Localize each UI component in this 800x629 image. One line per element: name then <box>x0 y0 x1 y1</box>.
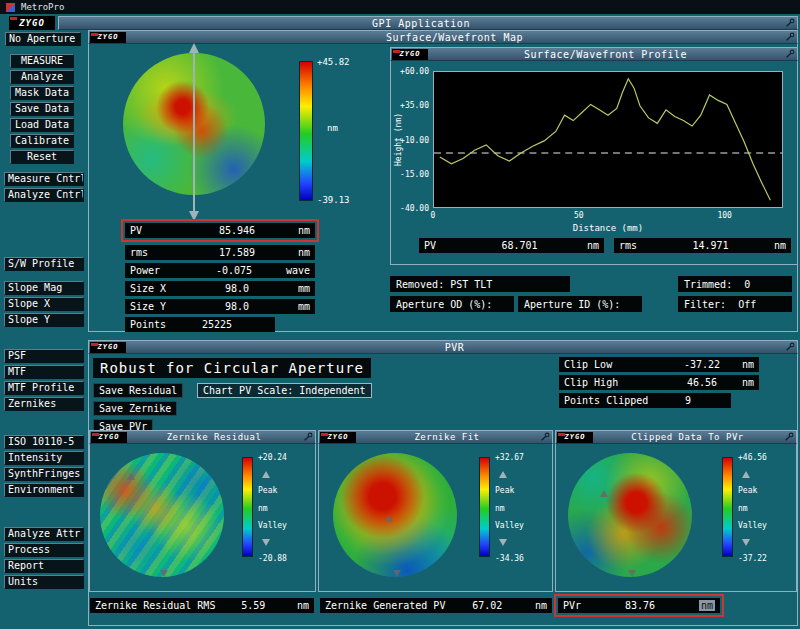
zygo-logo-button[interactable]: ZYGO <box>90 32 126 43</box>
marker-triangle-icon <box>127 473 135 480</box>
zygo-logo-button[interactable]: ZYGO <box>91 432 127 443</box>
sidebar-button-mtf-profile[interactable]: MTF Profile <box>4 381 84 395</box>
zygo-logo-button[interactable]: ZYGO <box>557 432 593 443</box>
zernike-residual-titlebar[interactable]: ZYGO Zernike Residual <box>89 430 316 444</box>
zygo-logo-button[interactable]: ZYGO <box>392 49 428 60</box>
sidebar-button-measure[interactable]: MEASURE <box>10 54 74 68</box>
stat-label: Points <box>130 319 182 330</box>
zygo-logo-button[interactable]: ZYGO <box>90 342 126 353</box>
sidebar-button-mask-data[interactable]: Mask Data <box>10 86 74 100</box>
wrench-icon[interactable] <box>301 431 314 443</box>
app-titlebar[interactable]: GPI Application <box>58 16 798 30</box>
save-zernike-button[interactable]: Save Zernike <box>93 401 177 416</box>
wrench-icon[interactable] <box>538 431 551 443</box>
sidebar-button-intensity[interactable]: Intensity <box>4 451 84 465</box>
zygo-logo-text: ZYGO <box>19 18 45 28</box>
sidebar-button-analyze-attr[interactable]: Analyze Attr <box>4 527 84 541</box>
profile-ytick: +35.00 <box>400 101 429 110</box>
zygo-logo-button[interactable]: ZYGO <box>320 432 356 443</box>
scale-max-label: +32.67 <box>495 453 524 462</box>
sidebar-button-analyze-cntrl[interactable]: Analyze Cntrl <box>4 188 84 202</box>
sidebar-button-zernikes[interactable]: Zernikes <box>4 397 84 411</box>
map-stat-rms: rms17.589nm <box>125 245 315 260</box>
clipped-data-window: ZYGO Clipped Data To PVr +46.56 Peak nm … <box>555 430 797 592</box>
stat-label: rms <box>130 247 182 258</box>
sidebar-button-load-data[interactable]: Load Data <box>10 118 74 132</box>
clip-stat-clip-low: Clip Low-37.22nm <box>559 357 759 372</box>
clipped-data-titlebar[interactable]: ZYGO Clipped Data To PVr <box>555 430 797 444</box>
sidebar-button-calibrate[interactable]: Calibrate <box>10 134 74 148</box>
stat-unit: nm <box>736 377 754 388</box>
sidebar-button-mtf[interactable]: MTF <box>4 365 84 379</box>
pvr-heading: Robust for Circular Aperture <box>93 358 371 378</box>
profile-stat-pv: PV68.701nm <box>419 238 604 253</box>
map-titlebar[interactable]: ZYGO Surface/Wavefront Map <box>88 30 798 44</box>
chart-pv-scale-button[interactable]: Chart PV Scale: Independent <box>197 383 372 398</box>
clipped-data-map-image <box>568 453 692 577</box>
pvr-bottom-stats: Zernike Residual RMS5.59nmZernike Genera… <box>90 598 720 616</box>
map-window-title: Surface/Wavefront Map <box>126 32 783 43</box>
zygo-logo-text: ZYGO <box>98 343 119 351</box>
app-title: GPI Application <box>59 18 783 29</box>
map-color-scale <box>299 61 313 201</box>
pvr-titlebar[interactable]: ZYGO PVR <box>88 340 798 354</box>
sidebar-button-slope-y[interactable]: Slope Y <box>4 313 84 327</box>
zernike-fit-titlebar[interactable]: ZYGO Zernike Fit <box>318 430 553 444</box>
marker-triangle-icon <box>385 515 393 522</box>
sidebar-button-s-w-profile[interactable]: S/W Profile <box>4 257 84 271</box>
unit-label: nm <box>738 504 748 513</box>
clip-stat-points-clipped: Points Clipped9 <box>559 393 731 408</box>
peak-arrow-icon <box>742 471 750 478</box>
wrench-icon[interactable] <box>782 431 795 443</box>
save-residual-button[interactable]: Save Residual <box>93 383 183 398</box>
sidebar-button-save-data[interactable]: Save Data <box>10 102 74 116</box>
filter-strip[interactable]: Filter: Off <box>678 296 792 312</box>
stat-unit: nm <box>292 247 310 258</box>
profile-ytick: +60.00 <box>400 67 429 76</box>
stat-value: -37.22 <box>684 359 720 370</box>
marker-triangle-icon <box>393 570 401 577</box>
profile-ytick: -15.00 <box>400 169 429 178</box>
aperture-od-strip[interactable]: Aperture OD (%): <box>390 296 514 312</box>
profile-slice-arrow[interactable] <box>186 43 202 221</box>
marker-triangle-icon <box>628 570 636 577</box>
wrench-icon[interactable] <box>783 48 796 60</box>
sidebar-button-environment[interactable]: Environment <box>4 483 84 497</box>
peak-label: Peak <box>258 486 277 495</box>
valley-arrow-icon <box>262 539 270 546</box>
zygo-logo-text: ZYGO <box>98 33 119 41</box>
os-titlebar[interactable]: MetroPro <box>0 0 800 14</box>
sidebar-button-psf[interactable]: PSF <box>4 349 84 363</box>
wrench-icon[interactable] <box>783 17 796 29</box>
sidebar-button-report[interactable]: Report <box>4 559 84 573</box>
sidebar-button-no-aperture[interactable]: No Aperture <box>5 32 81 46</box>
stat-label: Size Y <box>130 301 182 312</box>
unit-label: nm <box>495 504 505 513</box>
sidebar-button-slope-x[interactable]: Slope X <box>4 297 84 311</box>
zygo-logo-button[interactable]: ZYGO <box>9 16 55 30</box>
sidebar-button-measure-cntrl[interactable]: Measure Cntrl <box>4 172 84 186</box>
wrench-icon[interactable] <box>783 341 796 353</box>
valley-label: Valley <box>738 521 767 530</box>
sidebar-button-analyze[interactable]: Analyze <box>10 70 74 84</box>
stat-unit: nm <box>768 240 786 251</box>
profile-ytick: +10.00 <box>400 135 429 144</box>
pvr-stat-zernike-generated-pv: Zernike Generated PV67.02nm <box>320 598 552 613</box>
profile-titlebar[interactable]: ZYGO Surface/Wavefront Profile <box>390 47 798 61</box>
sidebar-button-iso-10110-5[interactable]: ISO 10110-5 <box>4 435 84 449</box>
clip-stat-clip-high: Clip High46.56nm <box>559 375 759 390</box>
wrench-icon[interactable] <box>783 31 796 43</box>
sidebar-button-process[interactable]: Process <box>4 543 84 557</box>
sidebar-button-units[interactable]: Units <box>4 575 84 589</box>
profile-stat-rms: rms14.971nm <box>614 238 791 253</box>
stat-value: 14.971 <box>692 240 728 251</box>
sidebar-button-reset[interactable]: Reset <box>10 150 74 164</box>
profile-chart-svg <box>434 72 782 207</box>
aperture-id-strip[interactable]: Aperture ID (%): <box>518 296 642 312</box>
sidebar-button-synthfringes[interactable]: SynthFringes <box>4 467 84 481</box>
profile-xtick: 0 <box>431 211 436 220</box>
stat-label: PVr <box>563 600 581 611</box>
profile-xticks: 050100 <box>433 211 783 221</box>
sidebar-button-slope-mag[interactable]: Slope Mag <box>4 281 84 295</box>
removed-strip: Removed: PST TLT <box>390 276 570 292</box>
